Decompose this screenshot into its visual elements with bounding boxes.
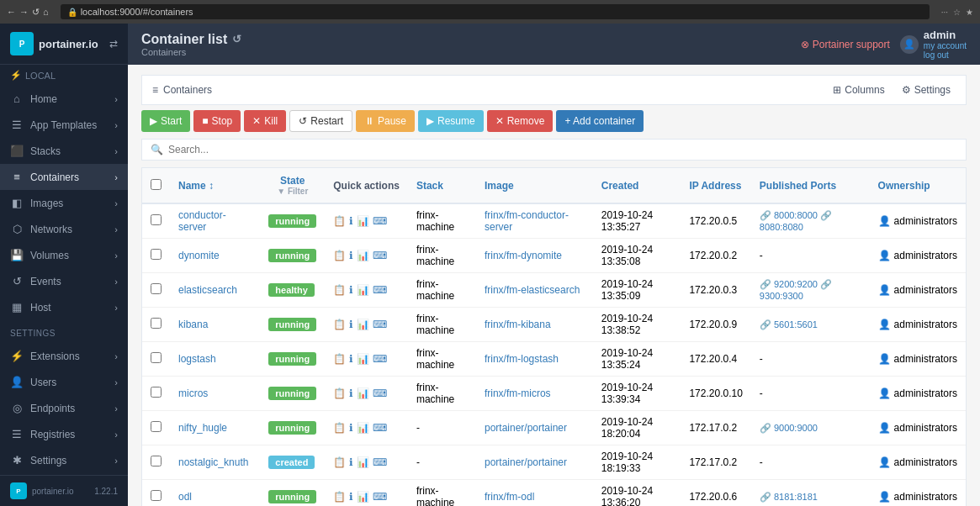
container-name-link[interactable]: dynomite: [178, 250, 220, 261]
row-checkbox[interactable]: [151, 283, 162, 294]
logs-icon[interactable]: 📋: [333, 319, 346, 330]
container-name-link[interactable]: odl: [178, 491, 192, 503]
container-name-link[interactable]: logstash: [178, 353, 216, 365]
port-link[interactable]: 🔗 9200:9200: [760, 279, 818, 289]
stop-button[interactable]: ■ Stop: [193, 110, 241, 132]
logs-icon[interactable]: 📋: [333, 422, 346, 434]
inspect-icon[interactable]: ℹ: [349, 456, 353, 468]
logs-icon[interactable]: 📋: [333, 215, 346, 227]
image-link[interactable]: portainer/portainer: [485, 456, 567, 468]
inspect-icon[interactable]: ℹ: [349, 319, 353, 330]
inspect-icon[interactable]: ℹ: [349, 215, 353, 227]
stats-icon[interactable]: 📊: [357, 215, 369, 227]
inspect-icon[interactable]: ℹ: [349, 422, 353, 434]
inspect-icon[interactable]: ℹ: [349, 284, 353, 296]
page-refresh-button[interactable]: ↺: [232, 33, 241, 45]
sidebar-item-endpoints[interactable]: ◎ Endpoints ›: [0, 395, 128, 421]
exec-icon[interactable]: ⌨: [373, 491, 387, 503]
col-created-header[interactable]: Created: [593, 168, 681, 203]
select-all-checkbox[interactable]: [151, 179, 162, 190]
col-ports-header[interactable]: Published Ports: [751, 168, 870, 203]
inspect-icon[interactable]: ℹ: [349, 250, 353, 261]
sidebar-item-stacks[interactable]: ⬛ Stacks ›: [0, 138, 128, 164]
stats-icon[interactable]: 📊: [357, 353, 369, 365]
logs-icon[interactable]: 📋: [333, 353, 346, 365]
sidebar-item-extensions[interactable]: ⚡ Extensions ›: [0, 343, 128, 369]
sidebar-item-containers[interactable]: ≡ Containers ›: [0, 164, 128, 190]
remove-button[interactable]: ✕ Remove: [487, 110, 554, 132]
refresh-button[interactable]: ↺: [32, 7, 40, 18]
container-name-link[interactable]: nifty_hugle: [178, 422, 227, 434]
sidebar-item-networks[interactable]: ⬡ Networks ›: [0, 216, 128, 242]
port-link[interactable]: 🔗 8000:8000: [760, 210, 818, 220]
home-button[interactable]: ⌂: [43, 7, 49, 17]
row-checkbox[interactable]: [151, 249, 162, 260]
row-checkbox[interactable]: [151, 318, 162, 329]
port-link[interactable]: 🔗 8181:8181: [760, 492, 818, 502]
settings-btn-small[interactable]: ⚙ Settings: [897, 81, 956, 99]
col-ownership-header[interactable]: Ownership: [870, 168, 966, 203]
container-name-link[interactable]: micros: [178, 387, 208, 399]
row-checkbox[interactable]: [151, 352, 162, 363]
sidebar-item-app-templates[interactable]: ☰ App Templates ›: [0, 112, 128, 138]
sidebar-item-settings[interactable]: ✱ Settings ›: [0, 447, 128, 473]
start-button[interactable]: ▶ Start: [141, 110, 190, 132]
container-name-link[interactable]: conductor-server: [178, 209, 226, 233]
stats-icon[interactable]: 📊: [357, 491, 369, 503]
container-name-link[interactable]: elasticsearch: [178, 284, 237, 296]
image-link[interactable]: frinx/fm-conductor-server: [485, 209, 569, 233]
image-link[interactable]: portainer/portainer: [485, 422, 567, 434]
image-link[interactable]: frinx/fm-kibana: [485, 319, 551, 330]
sidebar-item-images[interactable]: ◧ Images ›: [0, 190, 128, 216]
sidebar-item-registries[interactable]: ☰ Registries ›: [0, 421, 128, 447]
port-link[interactable]: 🔗 5601:5601: [760, 319, 818, 329]
logs-icon[interactable]: 📋: [333, 491, 346, 503]
state-filter-icon[interactable]: ▼ Filter: [277, 187, 308, 196]
sidebar-item-volumes[interactable]: 💾 Volumes ›: [0, 242, 128, 268]
forward-button[interactable]: →: [19, 7, 29, 17]
logs-icon[interactable]: 📋: [333, 284, 346, 296]
exec-icon[interactable]: ⌨: [373, 319, 387, 330]
log-out-link[interactable]: log out: [924, 50, 967, 60]
stats-icon[interactable]: 📊: [357, 250, 369, 261]
add-container-button[interactable]: + Add container: [556, 110, 644, 132]
logs-icon[interactable]: 📋: [333, 250, 346, 261]
sidebar-toggle[interactable]: ⇄: [109, 38, 118, 50]
browser-nav[interactable]: ← → ↺ ⌂: [7, 7, 49, 18]
row-checkbox[interactable]: [151, 387, 162, 398]
inspect-icon[interactable]: ℹ: [349, 387, 353, 399]
sidebar-item-events[interactable]: ↺ Events ›: [0, 268, 128, 294]
stats-icon[interactable]: 📊: [357, 319, 369, 330]
port-link[interactable]: 🔗 9000:9000: [760, 423, 818, 433]
back-button[interactable]: ←: [7, 7, 16, 17]
sidebar-item-users[interactable]: 👤 Users ›: [0, 369, 128, 395]
exec-icon[interactable]: ⌨: [373, 215, 387, 227]
columns-button[interactable]: ⊞ Columns: [828, 81, 889, 99]
logs-icon[interactable]: 📋: [333, 456, 346, 468]
image-link[interactable]: frinx/fm-odl: [485, 491, 534, 503]
row-checkbox[interactable]: [151, 490, 162, 501]
exec-icon[interactable]: ⌨: [373, 387, 387, 399]
logs-icon[interactable]: 📋: [333, 387, 346, 399]
image-link[interactable]: frinx/fm-logstash: [485, 353, 559, 365]
stats-icon[interactable]: 📊: [357, 284, 369, 296]
exec-icon[interactable]: ⌨: [373, 250, 387, 261]
image-link[interactable]: frinx/fm-micros: [485, 387, 551, 399]
col-stack-header[interactable]: Stack: [408, 168, 476, 203]
stats-icon[interactable]: 📊: [357, 387, 369, 399]
col-name-header[interactable]: Name ↕: [178, 180, 214, 192]
exec-icon[interactable]: ⌨: [373, 422, 387, 434]
pause-button[interactable]: ⏸ Pause: [356, 110, 415, 132]
exec-icon[interactable]: ⌨: [373, 284, 387, 296]
address-bar[interactable]: 🔒 localhost:9000/#/containers: [61, 4, 930, 19]
my-account-link[interactable]: my account: [924, 41, 967, 50]
restart-button[interactable]: ↺ Restart: [289, 110, 352, 132]
row-checkbox[interactable]: [151, 214, 162, 225]
exec-icon[interactable]: ⌨: [373, 456, 387, 468]
search-input[interactable]: [168, 144, 957, 155]
sidebar-item-home[interactable]: ⌂ Home ›: [0, 86, 128, 112]
col-image-header[interactable]: Image: [476, 168, 593, 203]
col-ip-header[interactable]: IP Address: [681, 168, 750, 203]
stats-icon[interactable]: 📊: [357, 456, 369, 468]
inspect-icon[interactable]: ℹ: [349, 353, 353, 365]
